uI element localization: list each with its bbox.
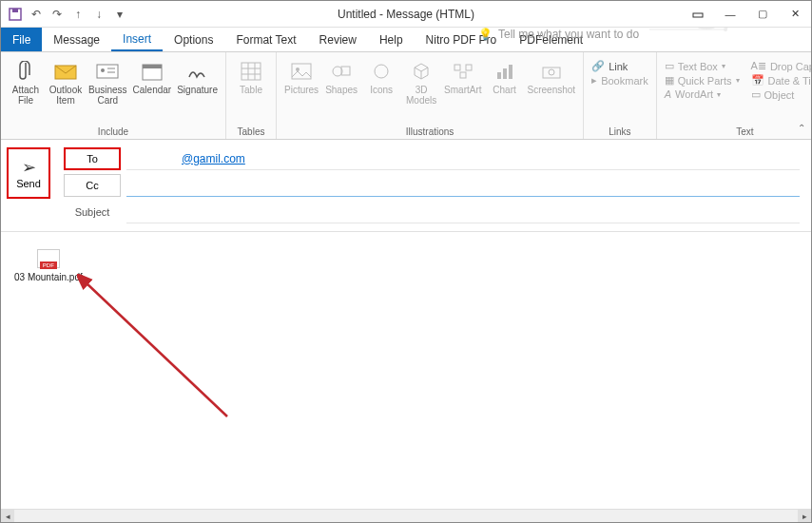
- attach-file-button[interactable]: Attach File: [9, 56, 43, 106]
- qat-more-icon[interactable]: ▾: [111, 6, 128, 23]
- send-icon: ➢: [22, 157, 36, 178]
- table-icon: [238, 60, 264, 83]
- group-label-text: Text: [736, 126, 753, 137]
- tab-file[interactable]: File: [1, 28, 42, 51]
- svg-point-31: [549, 69, 554, 75]
- svg-rect-14: [242, 63, 261, 80]
- date-icon: 📅: [751, 74, 764, 87]
- cc-input[interactable]: [126, 174, 800, 197]
- horizontal-scrollbar[interactable]: ◂ ▸: [1, 509, 811, 522]
- minimize-button[interactable]: —: [714, 1, 746, 28]
- shapes-icon: [328, 60, 355, 83]
- window-controls: — ▢ ✕: [682, 1, 811, 28]
- annotation-arrow: [77, 274, 239, 426]
- smartart-icon: [450, 60, 476, 83]
- paperclip-icon: [12, 60, 39, 83]
- link-icon: 🔗: [591, 60, 605, 72]
- redo-icon[interactable]: ↷: [48, 6, 66, 23]
- scroll-left-button[interactable]: ◂: [1, 510, 14, 523]
- svg-rect-29: [509, 65, 512, 79]
- svg-rect-19: [292, 64, 311, 79]
- attachment-filename: 03 Mountain.pdf: [14, 272, 83, 282]
- maximize-button[interactable]: ▢: [746, 1, 779, 28]
- dropcap-button[interactable]: A≣Drop Cap ▾: [751, 60, 812, 72]
- pictures-button[interactable]: Pictures: [284, 56, 319, 95]
- object-button[interactable]: ▭Object: [751, 88, 812, 101]
- 3d-models-button[interactable]: 3D Models: [404, 56, 438, 106]
- close-button[interactable]: ✕: [779, 1, 811, 28]
- datetime-button[interactable]: 📅Date & Time: [751, 74, 812, 87]
- to-recipient[interactable]: @gamil.com: [182, 152, 245, 165]
- scroll-right-button[interactable]: ▸: [798, 510, 811, 523]
- title-bar: ↶ ↷ ↑ ↓ ▾ Untitled - Message (HTML) — ▢ …: [1, 1, 811, 28]
- bookmark-button[interactable]: ▸Bookmark: [591, 74, 648, 87]
- ribbon-group-illustrations: Pictures Shapes Icons 3D Models SmartArt…: [277, 52, 584, 139]
- camera-icon: [538, 60, 565, 83]
- attachment-item[interactable]: PDF 03 Mountain.pdf: [14, 249, 83, 282]
- svg-rect-26: [460, 72, 466, 78]
- tab-message[interactable]: Message: [42, 28, 111, 51]
- tab-review[interactable]: Review: [308, 28, 368, 51]
- tell-me-placeholder: Tell me what you want to do: [498, 28, 639, 41]
- ribbon-group-links: 🔗Link ▸Bookmark Links: [584, 52, 657, 139]
- bulb-icon: 💡: [478, 28, 493, 41]
- envelope-icon: [52, 60, 79, 83]
- group-label-illustrations: Illustrations: [406, 126, 454, 137]
- wordart-icon: A: [665, 88, 671, 100]
- collapse-ribbon-icon[interactable]: ⌃: [798, 123, 805, 133]
- svg-rect-4: [12, 9, 18, 12]
- undo-icon[interactable]: ↶: [28, 6, 45, 23]
- svg-rect-5: [693, 13, 703, 17]
- quickparts-button[interactable]: ▦Quick Parts ▾: [665, 74, 740, 87]
- svg-rect-7: [97, 65, 118, 78]
- shapes-button[interactable]: Shapes: [324, 56, 358, 95]
- chart-icon: [492, 60, 518, 83]
- tab-format-text[interactable]: Format Text: [224, 28, 307, 51]
- svg-rect-27: [497, 72, 501, 79]
- outlook-item-button[interactable]: Outlook Item: [48, 56, 83, 106]
- send-label: Send: [16, 178, 41, 189]
- svg-rect-28: [503, 68, 507, 79]
- subject-input[interactable]: [126, 201, 800, 223]
- signature-icon: [184, 60, 211, 83]
- save-icon[interactable]: [7, 6, 24, 23]
- send-button[interactable]: ➢ Send: [7, 147, 50, 199]
- up-icon[interactable]: ↑: [69, 6, 87, 23]
- cc-button[interactable]: Cc: [64, 174, 121, 197]
- ribbon-options-icon[interactable]: [682, 1, 714, 28]
- chart-button[interactable]: Chart: [488, 56, 522, 95]
- to-button[interactable]: To: [64, 147, 121, 170]
- pdf-file-icon: PDF: [37, 249, 60, 268]
- link-button[interactable]: 🔗Link: [591, 60, 648, 72]
- group-label-links: Links: [609, 126, 630, 137]
- down-icon[interactable]: ↓: [90, 6, 107, 23]
- svg-point-23: [375, 65, 388, 78]
- icons-button[interactable]: Icons: [364, 56, 398, 95]
- quickparts-icon: ▦: [665, 74, 674, 87]
- message-body[interactable]: PDF 03 Mountain.pdf: [1, 232, 811, 523]
- quick-access-toolbar: ↶ ↷ ↑ ↓ ▾: [1, 6, 128, 23]
- menu-bar: File Message Insert Options Format Text …: [1, 28, 811, 52]
- table-button[interactable]: Table: [234, 56, 268, 95]
- svg-rect-25: [466, 65, 472, 70]
- wordart-button[interactable]: AWordArt ▾: [665, 88, 740, 100]
- screenshot-button[interactable]: Screenshot: [528, 56, 576, 95]
- tab-insert[interactable]: Insert: [111, 28, 163, 51]
- business-card-button[interactable]: Business Card: [88, 56, 127, 106]
- ribbon: Attach File Outlook Item Business Card C…: [1, 52, 811, 140]
- smartart-button[interactable]: SmartArt: [444, 56, 481, 95]
- window-title: Untitled - Message (HTML): [338, 8, 474, 21]
- cube-icon: [408, 60, 435, 83]
- tab-options[interactable]: Options: [163, 28, 224, 51]
- pdf-badge: PDF: [40, 262, 57, 269]
- tab-help[interactable]: Help: [368, 28, 415, 51]
- ribbon-group-tables: Table Tables: [226, 52, 277, 139]
- calendar-button[interactable]: Calendar: [133, 56, 172, 95]
- signature-button[interactable]: Signature: [177, 56, 218, 95]
- object-icon: ▭: [751, 88, 761, 101]
- dropcap-icon: A≣: [751, 60, 766, 72]
- tell-me-search[interactable]: 💡 Tell me what you want to do: [474, 28, 639, 41]
- group-label-tables: Tables: [238, 126, 265, 137]
- textbox-button[interactable]: ▭Text Box ▾: [665, 60, 740, 72]
- bookmark-icon: ▸: [591, 74, 597, 87]
